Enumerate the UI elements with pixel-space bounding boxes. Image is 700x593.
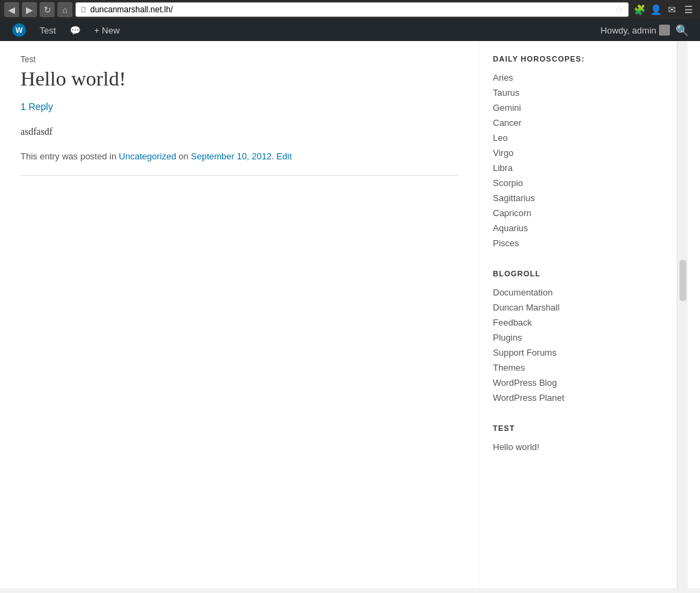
horoscope-link[interactable]: Aries: [493, 73, 513, 83]
meta-date-link[interactable]: September 10, 2012: [191, 151, 271, 161]
back-button[interactable]: ◀: [4, 2, 19, 17]
bookmark-icon[interactable]: ☆: [615, 4, 624, 16]
meta-middle: on: [176, 151, 191, 161]
test-widget: TEST Hello world!: [493, 424, 663, 453]
horoscopes-widget: DAILY HOROSCOPES: AriesTaurusGeminiCance…: [493, 55, 663, 249]
wp-logo-icon: W: [12, 23, 26, 37]
blogroll-link[interactable]: WordPress Blog: [493, 378, 557, 388]
home-button[interactable]: ⌂: [57, 2, 72, 17]
wp-admin-bar: W Test 💬 + New Howdy, admin 🔍: [0, 19, 700, 41]
list-item: Gemini: [493, 103, 663, 114]
browser-extras: 🧩 👤 ✉ ☰: [632, 2, 696, 17]
test-widget-title: TEST: [493, 424, 663, 432]
reload-button[interactable]: ↻: [40, 2, 55, 17]
blogroll-link[interactable]: Themes: [493, 363, 525, 373]
blogroll-list: DocumentationDuncan MarshallFeedbackPlug…: [493, 287, 663, 404]
blogroll-link[interactable]: Support Forums: [493, 347, 556, 358]
blogroll-link[interactable]: Documentation: [493, 287, 552, 298]
comments-icon: 💬: [70, 25, 81, 36]
horoscopes-list: AriesTaurusGeminiCancerLeoVirgoLibraScor…: [493, 73, 663, 249]
reply-link[interactable]: 1 Reply: [21, 101, 53, 112]
list-item: Pisces: [493, 238, 663, 249]
list-item: Taurus: [493, 88, 663, 98]
horoscope-link[interactable]: Pisces: [493, 238, 519, 248]
list-item: Aquarius: [493, 223, 663, 234]
list-item: Virgo: [493, 148, 663, 159]
extensions-button[interactable]: 🧩: [632, 2, 647, 17]
horoscope-link[interactable]: Taurus: [493, 88, 520, 98]
admin-bar-right: Howdy, admin 🔍: [601, 19, 695, 41]
test-link[interactable]: Hello world!: [493, 442, 539, 452]
list-item: Libra: [493, 163, 663, 174]
test-label: Test: [21, 55, 458, 64]
horoscopes-title: DAILY HOROSCOPES:: [493, 55, 663, 63]
list-item: Cancer: [493, 118, 663, 129]
horoscope-link[interactable]: Virgo: [493, 148, 513, 158]
page-icon: 🗋: [80, 5, 88, 14]
list-item: Leo: [493, 133, 663, 144]
list-item: Themes: [493, 363, 663, 373]
address-bar-container: 🗋 ☆: [75, 2, 629, 17]
blogroll-link[interactable]: Plugins: [493, 332, 522, 343]
blogroll-link[interactable]: Feedback: [493, 317, 532, 328]
list-item: Plugins: [493, 332, 663, 343]
meta-prefix: This entry was posted in: [21, 151, 119, 161]
horoscope-link[interactable]: Aquarius: [493, 223, 528, 233]
wp-logo-item[interactable]: W: [5, 19, 33, 41]
list-item: Capricorn: [493, 208, 663, 219]
horoscope-link[interactable]: Leo: [493, 133, 508, 143]
blogroll-title: BLOGROLL: [493, 269, 663, 278]
blogroll-link[interactable]: WordPress Planet: [493, 393, 565, 403]
list-item: Scorpio: [493, 178, 663, 189]
horoscope-link[interactable]: Gemini: [493, 103, 521, 113]
list-item: WordPress Blog: [493, 378, 663, 388]
admin-bar-test[interactable]: Test: [33, 19, 63, 41]
horoscope-link[interactable]: Capricorn: [493, 208, 531, 218]
howdy-text: Howdy, admin: [601, 25, 656, 36]
browser-chrome: ◀ ▶ ↻ ⌂ 🗋 ☆ 🧩 👤 ✉ ☰: [0, 0, 700, 19]
page-wrapper: Test Hello world! 1 Reply asdfasdf This …: [0, 41, 700, 588]
meta-category-link[interactable]: Uncategorized: [119, 151, 176, 161]
post-meta: This entry was posted in Uncategorized o…: [21, 151, 458, 161]
test-list: Hello world!: [493, 442, 663, 453]
meta-edit-link[interactable]: Edit: [276, 151, 291, 161]
sidebar: DAILY HOROSCOPES: AriesTaurusGeminiCance…: [479, 41, 677, 588]
scrollbar[interactable]: [677, 41, 688, 588]
horoscope-link[interactable]: Scorpio: [493, 178, 523, 188]
main-content: Test Hello world! 1 Reply asdfasdf This …: [0, 41, 479, 588]
scrollbar-thumb[interactable]: [679, 260, 686, 301]
list-item: Support Forums: [493, 347, 663, 358]
profile-button[interactable]: 👤: [648, 2, 663, 17]
list-item: Aries: [493, 73, 663, 83]
list-item: Documentation: [493, 287, 663, 298]
horoscope-link[interactable]: Libra: [493, 163, 513, 173]
mail-button[interactable]: ✉: [664, 2, 679, 17]
search-button[interactable]: 🔍: [670, 19, 695, 41]
list-item: Sagittarius: [493, 193, 663, 204]
list-item: WordPress Planet: [493, 393, 663, 404]
horoscope-link[interactable]: Cancer: [493, 118, 522, 128]
post-divider: [21, 175, 458, 176]
menu-button[interactable]: ☰: [681, 2, 696, 17]
list-item: Duncan Marshall: [493, 302, 663, 313]
forward-button[interactable]: ▶: [22, 2, 37, 17]
blogroll-link[interactable]: Duncan Marshall: [493, 302, 560, 313]
horoscope-link[interactable]: Sagittarius: [493, 193, 535, 203]
admin-bar-new[interactable]: + New: [88, 19, 126, 41]
list-item: Feedback: [493, 317, 663, 328]
list-item: Hello world!: [493, 442, 663, 453]
blogroll-widget: BLOGROLL DocumentationDuncan MarshallFee…: [493, 269, 663, 404]
post-title: Hello world!: [21, 67, 458, 90]
post-content: asdfasdf: [21, 127, 458, 137]
admin-avatar[interactable]: [659, 25, 670, 36]
admin-bar-comments[interactable]: 💬: [63, 19, 88, 41]
address-bar-input[interactable]: [90, 5, 612, 14]
